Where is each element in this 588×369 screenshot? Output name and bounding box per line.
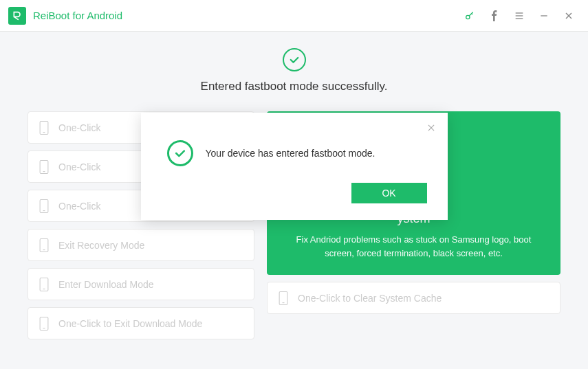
ok-button[interactable]: OK — [351, 183, 427, 203]
modal-message: Your device has entered fastboot mode. — [206, 148, 375, 159]
checkmark-icon — [167, 140, 193, 166]
close-icon[interactable] — [424, 121, 438, 135]
modal-dialog: Your device has entered fastboot mode. O… — [141, 113, 448, 220]
modal-overlay: Your device has entered fastboot mode. O… — [0, 0, 588, 369]
